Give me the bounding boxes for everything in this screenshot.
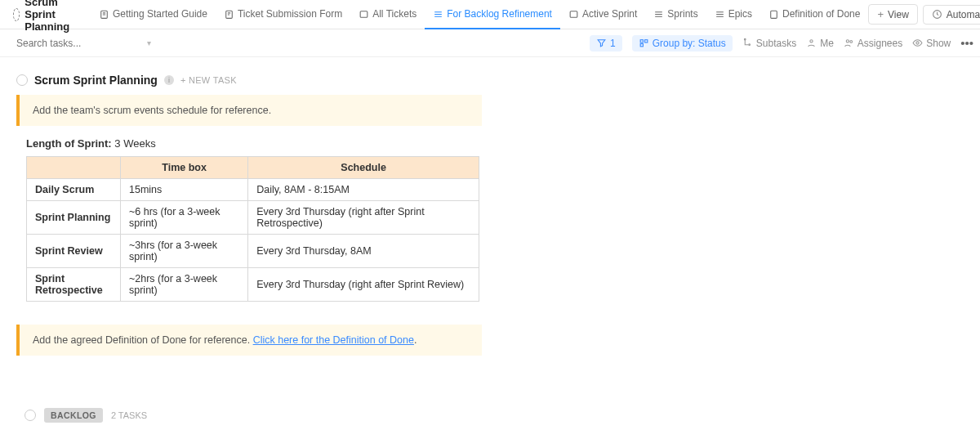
backlog-group-header[interactable]: BACKLOG 2 TASKS <box>16 405 964 426</box>
info-icon[interactable]: i <box>164 75 174 85</box>
top-actions: +View Automate ▾ Share <box>868 4 980 25</box>
sched-header: Time box <box>121 157 248 179</box>
eye-icon <box>912 38 923 48</box>
sched-header <box>27 157 121 179</box>
backlog-badge[interactable]: BACKLOG <box>44 408 103 423</box>
sched-event: Sprint Review <box>27 235 121 268</box>
more-button[interactable]: ••• <box>960 36 973 50</box>
backlog-count: 2 TASKS <box>111 410 147 420</box>
sched-schedule: Daily, 8AM - 8:15AM <box>248 179 479 201</box>
tab-definition-of-done[interactable]: Definition of Done <box>760 0 868 29</box>
callout-schedule: Add the team's scrum events schedule for… <box>16 95 482 126</box>
tab-label: All Tickets <box>372 8 416 20</box>
me-label: Me <box>820 38 834 49</box>
svg-point-16 <box>846 40 849 43</box>
sched-row: Sprint Review~3hrs (for a 3-week sprint)… <box>27 235 479 268</box>
sched-timebox: 15mins <box>121 179 248 201</box>
tab-all-tickets[interactable]: All Tickets <box>350 0 425 29</box>
tab-icon <box>653 9 663 19</box>
search-box[interactable]: ▾ <box>7 38 137 49</box>
tab-label: Epics <box>728 8 752 20</box>
tab-label: For Backlog Refinement <box>447 8 552 20</box>
group-by-button[interactable]: Group by: Status <box>632 35 733 52</box>
view-tabs: Getting Started GuideTicket Submission F… <box>91 0 869 29</box>
tab-getting-started-guide[interactable]: Getting Started Guide <box>91 0 216 29</box>
svg-rect-3 <box>570 11 577 17</box>
person-icon <box>806 38 817 48</box>
tab-label: Definition of Done <box>782 8 860 20</box>
svg-rect-10 <box>640 40 643 43</box>
people-icon <box>844 38 854 48</box>
tab-icon <box>768 9 778 19</box>
sched-schedule: Every 3rd Thursday (right after Sprint R… <box>248 201 479 235</box>
sched-header: Schedule <box>248 157 479 179</box>
svg-rect-11 <box>644 40 647 43</box>
tab-icon <box>224 9 234 19</box>
toolbar: ▾ 1 Group by: Status Subtasks Me Assigne… <box>0 29 980 57</box>
add-view-button[interactable]: +View <box>868 4 917 25</box>
add-view-label: View <box>888 9 909 20</box>
tab-label: Ticket Submission Form <box>238 8 342 20</box>
tab-for-backlog-refinement[interactable]: For Backlog Refinement <box>425 0 560 29</box>
tab-icon <box>715 9 724 19</box>
svg-point-18 <box>916 42 919 44</box>
callout-dod: Add the agreed Definition of Done for re… <box>16 325 482 356</box>
filter-button[interactable]: 1 <box>590 35 622 52</box>
tab-sprints[interactable]: Sprints <box>645 0 706 29</box>
schedule-table: Time boxSchedule Daily Scrum15minsDaily,… <box>26 156 479 302</box>
callout-body: Add the agreed Definition of Done for re… <box>20 325 482 356</box>
sched-timebox: ~3hrs (for a 3-week sprint) <box>121 235 248 268</box>
content: Scrum Sprint Planning i + NEW TASK Add t… <box>0 57 980 430</box>
subtasks-button[interactable]: Subtasks <box>742 38 796 49</box>
svg-rect-12 <box>640 44 643 47</box>
assignees-label: Assignees <box>858 38 902 49</box>
automate-icon <box>932 9 942 20</box>
workspace-title-text: Scrum Sprint Planning <box>24 0 76 33</box>
tab-epics[interactable]: Epics <box>706 0 760 29</box>
callout-body: Add the team's scrum events schedule for… <box>20 95 482 126</box>
automate-label: Automate <box>947 9 980 20</box>
workspace-title[interactable]: Scrum Sprint Planning <box>7 0 82 33</box>
sched-row: Sprint Retrospective~2hrs (for a 3-week … <box>27 268 479 302</box>
sched-schedule: Every 3rd Thursday (right after Sprint R… <box>248 268 479 302</box>
search-input[interactable] <box>16 38 139 49</box>
callout-text: Add the agreed Definition of Done for re… <box>33 334 253 346</box>
plus-icon: + <box>877 8 884 20</box>
section-title[interactable]: Scrum Sprint Planning <box>34 74 158 87</box>
status-ring-icon[interactable] <box>24 410 36 421</box>
tab-icon <box>433 9 443 19</box>
automate-button[interactable]: Automate ▾ <box>923 5 980 25</box>
filter-icon <box>596 38 607 48</box>
tab-label: Getting Started Guide <box>113 8 207 20</box>
top-tab-bar: Scrum Sprint Planning Getting Started Gu… <box>0 0 980 29</box>
new-task-inline[interactable]: + NEW TASK <box>180 75 237 85</box>
callout-suffix: . <box>414 334 416 346</box>
tab-icon <box>359 9 368 19</box>
tab-label: Active Sprint <box>582 8 637 20</box>
svg-point-14 <box>749 44 751 46</box>
show-button[interactable]: Show <box>912 38 951 49</box>
sched-event: Sprint Retrospective <box>27 268 121 302</box>
sched-timebox: ~6 hrs (for a 3-week sprint) <box>121 201 248 235</box>
workspace-icon <box>13 8 20 21</box>
dod-link[interactable]: Click here for the Definition of Done <box>253 334 414 346</box>
column-headers: ASSIGNEE DUE DATE PRIORITY DEVELOPMENT S… <box>16 426 964 430</box>
sprint-length-label: Length of Sprint: <box>26 137 112 150</box>
sched-event: Daily Scrum <box>27 179 121 201</box>
tab-active-sprint[interactable]: Active Sprint <box>560 0 645 29</box>
tab-ticket-submission-form[interactable]: Ticket Submission Form <box>216 0 350 29</box>
filter-count: 1 <box>610 38 616 49</box>
svg-rect-4 <box>771 11 777 18</box>
chevron-down-icon[interactable]: ▾ <box>147 38 151 47</box>
subtasks-icon <box>742 38 753 48</box>
me-button[interactable]: Me <box>806 38 834 49</box>
tab-icon <box>99 9 109 19</box>
svg-point-17 <box>850 41 853 43</box>
status-ring-icon[interactable] <box>16 74 28 86</box>
tab-label: Sprints <box>667 8 697 20</box>
section-header: Scrum Sprint Planning i + NEW TASK <box>16 74 964 87</box>
svg-point-15 <box>810 40 813 43</box>
sched-row: Daily Scrum15minsDaily, 8AM - 8:15AM <box>27 179 479 201</box>
svg-rect-2 <box>360 11 368 17</box>
assignees-button[interactable]: Assignees <box>844 38 902 49</box>
